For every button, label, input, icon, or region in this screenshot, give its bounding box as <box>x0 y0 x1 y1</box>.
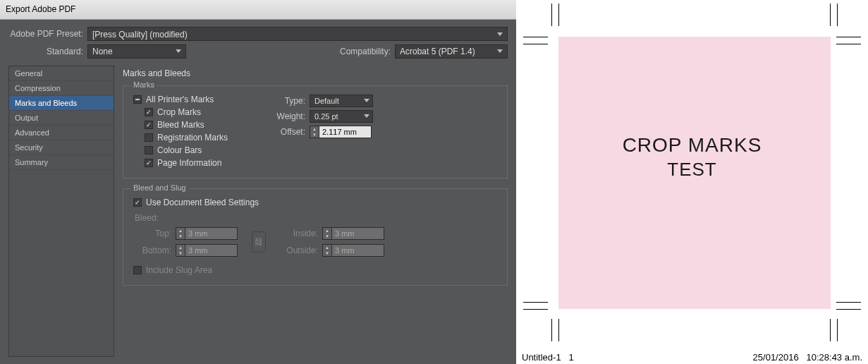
chevron-down-icon <box>364 114 369 118</box>
category-sidebar: General Compression Marks and Bleeds Out… <box>8 66 114 357</box>
link-values-icon: ⛓ <box>252 231 266 253</box>
spinner-buttons-icon: ▲▼ <box>176 244 185 257</box>
bleed-mark <box>551 4 552 26</box>
bleed-mark <box>836 44 861 44</box>
all-printers-marks-checkbox[interactable]: All Printer's Marks <box>133 93 267 106</box>
crop-mark <box>558 4 559 26</box>
window-titlebar: Export Adobe PDF <box>0 0 516 20</box>
colour-bars-label: Colour Bars <box>157 145 202 155</box>
weight-label: Weight: <box>267 111 310 121</box>
weight-dropdown[interactable]: 0.25 pt <box>310 110 373 123</box>
standard-value: None <box>92 47 113 56</box>
bleed-bottom-label: Bottom: <box>133 245 176 255</box>
spinner-buttons-icon[interactable]: ▲▼ <box>310 126 319 138</box>
offset-label: Offset: <box>267 127 310 137</box>
preset-label: Adobe PDF Preset: <box>8 29 87 39</box>
preset-value: [Press Quality] (modified) <box>92 30 188 40</box>
crop-mark <box>558 319 559 341</box>
crop-mark <box>523 309 548 310</box>
bleed-outside-spinner: ▲▼ 3 mm <box>322 244 384 257</box>
crop-mark <box>830 319 831 341</box>
chevron-down-icon <box>364 99 369 102</box>
sidebar-item-advanced[interactable]: Advanced <box>9 126 114 140</box>
crop-mark <box>836 37 861 37</box>
crop-mark <box>830 4 831 26</box>
checkbox-box-icon <box>145 159 153 167</box>
crop-marks-checkbox[interactable]: Crop Marks <box>145 106 267 119</box>
bleed-marks-label: Bleed Marks <box>157 120 204 130</box>
offset-spinner[interactable]: ▲▼ 2.117 mm <box>310 126 372 138</box>
standard-dropdown[interactable]: None <box>87 44 186 59</box>
bleed-mark <box>523 302 548 303</box>
offset-value[interactable]: 2.117 mm <box>319 126 372 138</box>
bleed-inside-spinner: ▲▼ 3 mm <box>322 227 384 240</box>
include-slug-checkbox[interactable]: Include Slug Area <box>133 264 497 277</box>
checkbox-box-icon <box>133 198 142 207</box>
chevron-down-icon <box>497 49 503 53</box>
page-information-line: Untitled-1 1 25/01/2016 10:28:43 a.m. <box>522 352 862 363</box>
chevron-down-icon <box>176 49 181 53</box>
spinner-buttons-icon: ▲▼ <box>322 244 332 257</box>
doc-name: Untitled-1 <box>522 352 561 363</box>
bleed-mark <box>836 302 861 303</box>
preset-dropdown[interactable]: [Press Quality] (modified) <box>87 27 508 41</box>
bleed-bottom-spinner: ▲▼ 3 mm <box>176 244 238 257</box>
checkbox-box-icon <box>145 146 153 154</box>
sidebar-item-compression[interactable]: Compression <box>9 81 114 96</box>
bleed-inside-label: Inside: <box>280 229 322 238</box>
checkbox-box-icon <box>133 266 142 274</box>
colour-bars-checkbox[interactable]: Colour Bars <box>145 144 267 157</box>
sidebar-item-marks-bleeds[interactable]: Marks and Bleeds <box>9 96 114 111</box>
bleed-mark <box>837 319 838 341</box>
compatibility-value: Acrobat 5 (PDF 1.4) <box>400 47 475 56</box>
use-document-bleed-checkbox[interactable]: Use Document Bleed Settings <box>133 196 497 209</box>
window-title: Export Adobe PDF <box>6 4 75 14</box>
chevron-down-icon <box>497 32 503 36</box>
sidebar-item-security[interactable]: Security <box>9 140 114 155</box>
checkbox-box-icon <box>145 108 153 116</box>
page-information-checkbox[interactable]: Page Information <box>145 157 267 169</box>
compatibility-label: Compatibility: <box>340 47 395 56</box>
marks-bleeds-panel: Marks and Bleeds Marks All Printer's Mar… <box>123 66 508 357</box>
checkbox-box-icon <box>145 121 153 129</box>
bleed-label: Bleed: <box>133 209 497 224</box>
bleed-inside-value: 3 mm <box>332 227 384 240</box>
panel-title: Marks and Bleeds <box>123 66 508 85</box>
sidebar-item-general[interactable]: General <box>9 66 114 81</box>
spinner-buttons-icon: ▲▼ <box>176 227 185 240</box>
checkbox-box-icon <box>145 133 153 142</box>
bleed-slug-legend: Bleed and Slug <box>130 183 189 192</box>
sidebar-item-summary[interactable]: Summary <box>9 155 114 170</box>
sidebar-item-output[interactable]: Output <box>9 111 114 126</box>
bleed-marks-checkbox[interactable]: Bleed Marks <box>145 119 267 131</box>
compatibility-dropdown[interactable]: Acrobat 5 (PDF 1.4) <box>395 44 508 59</box>
crop-marks-label: Crop Marks <box>157 107 201 117</box>
bleed-mark <box>837 4 838 26</box>
bleed-slug-group: Bleed and Slug Use Document Bleed Settin… <box>123 188 508 286</box>
bleed-top-label: Top: <box>133 229 176 238</box>
include-slug-label: Include Slug Area <box>146 265 212 275</box>
bleed-bottom-value: 3 mm <box>185 244 238 257</box>
use-document-bleed-label: Use Document Bleed Settings <box>146 198 259 207</box>
preview-line2: TEST <box>516 159 868 181</box>
bleed-top-value: 3 mm <box>185 227 238 240</box>
standard-compat-row: Standard: None Compatibility: Acrobat 5 … <box>0 43 516 66</box>
bleed-mark <box>551 319 552 341</box>
type-label: Type: <box>267 96 310 106</box>
preset-row: Adobe PDF Preset: [Press Quality] (modif… <box>0 20 516 43</box>
export-pdf-dialog: Export Adobe PDF Adobe PDF Preset: [Pres… <box>0 0 516 364</box>
crop-mark <box>523 37 548 37</box>
preview-line1: CROP MARKS <box>516 134 868 157</box>
spinner-buttons-icon: ▲▼ <box>322 227 332 240</box>
type-value: Default <box>314 97 339 105</box>
registration-marks-checkbox[interactable]: Registration Marks <box>145 131 267 144</box>
standard-label: Standard: <box>8 47 87 56</box>
time-stamp: 10:28:43 a.m. <box>807 352 863 363</box>
all-printers-marks-label: All Printer's Marks <box>146 95 214 104</box>
type-dropdown[interactable]: Default <box>310 95 373 107</box>
page-number: 1 <box>568 352 573 363</box>
marks-legend: Marks <box>130 80 157 89</box>
bleed-outside-label: Outside: <box>280 245 322 255</box>
bleed-mark <box>523 44 548 44</box>
bleed-outside-value: 3 mm <box>332 244 384 257</box>
